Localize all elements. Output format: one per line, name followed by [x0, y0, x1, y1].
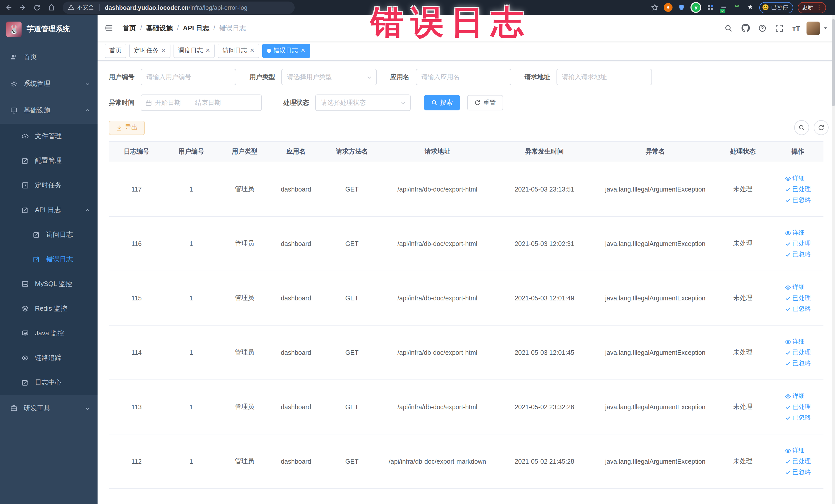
url-path[interactable]: /infra/log/api-error-log	[189, 4, 247, 11]
app-name-input[interactable]	[416, 69, 511, 85]
mark-processed-link[interactable]: 已处理	[785, 238, 811, 249]
user-id-input[interactable]	[141, 69, 236, 85]
extension-orange-icon[interactable]	[664, 3, 673, 12]
refresh-table-button[interactable]	[814, 120, 829, 135]
paused-extension-badge[interactable]: 😊 已暂停	[759, 2, 793, 13]
sidebar-item-label: 系统管理	[24, 79, 50, 88]
tab-schedule-log[interactable]: 调度日志✕	[174, 43, 215, 58]
sidebar-item-access-log[interactable]: 访问日志	[0, 222, 98, 247]
search-button[interactable]: 搜索	[424, 95, 460, 110]
fullscreen-icon[interactable]	[773, 21, 786, 35]
cell-log-id: 115	[109, 271, 164, 325]
close-icon[interactable]: ✕	[250, 47, 254, 54]
detail-link[interactable]: 详细	[785, 227, 811, 238]
mark-ignored-link[interactable]: 已忽略	[785, 358, 811, 369]
back-icon[interactable]	[2, 1, 14, 14]
help-icon[interactable]	[756, 21, 769, 35]
detail-link[interactable]: 详细	[785, 173, 811, 184]
reset-button[interactable]: 重置	[467, 95, 503, 110]
breadcrumb-api-log[interactable]: API 日志	[183, 23, 209, 33]
extension-on-badge-icon[interactable]: on	[719, 3, 728, 12]
mark-ignored-link[interactable]: 已忽略	[785, 249, 811, 260]
user-avatar[interactable]	[807, 21, 820, 35]
sidebar-item-file-management[interactable]: 文件管理	[0, 124, 98, 148]
mark-processed-link[interactable]: 已处理	[785, 184, 811, 195]
reload-icon[interactable]	[31, 1, 43, 14]
detail-link[interactable]: 详细	[785, 391, 811, 402]
process-status-label: 处理状态	[283, 98, 309, 107]
url-host[interactable]: dashboard.yudao.iocoder.cn	[105, 4, 189, 11]
extension-grid-icon[interactable]	[706, 3, 715, 12]
breadcrumb-infrastructure[interactable]: 基础设施	[146, 23, 173, 33]
tab-error-log[interactable]: 错误日志✕	[262, 43, 310, 58]
mark-ignored-link[interactable]: 已忽略	[785, 195, 811, 205]
sidebar-item-home[interactable]: 首页	[0, 44, 98, 70]
page-scrollbar[interactable]	[832, 15, 835, 504]
close-icon[interactable]: ✕	[161, 47, 166, 54]
bookmark-star-icon[interactable]	[651, 3, 659, 12]
sidebar-item-scheduled-tasks[interactable]: 定时任务	[0, 173, 98, 198]
close-icon[interactable]: ✕	[301, 47, 305, 54]
mark-processed-link[interactable]: 已处理	[785, 456, 811, 467]
sidebar-item-log-center[interactable]: 日志中心	[0, 370, 98, 395]
date-start-placeholder[interactable]: 开始日期	[155, 98, 181, 107]
date-end-placeholder[interactable]: 结束日期	[195, 98, 221, 107]
avatar-caret-down-icon[interactable]	[823, 25, 828, 31]
close-icon[interactable]: ✕	[205, 47, 210, 54]
sidebar-item-dev-tools[interactable]: 研发工具	[0, 395, 98, 422]
extension-shield-icon[interactable]	[677, 3, 686, 12]
sidebar-item-system-management[interactable]: 系统管理	[0, 70, 98, 97]
sidebar-item-trace[interactable]: 链路追踪	[0, 346, 98, 370]
extension-green-icon[interactable]: y	[691, 2, 701, 13]
user-type-input[interactable]	[282, 69, 376, 85]
cell-status: 未处理	[714, 434, 772, 489]
sidebar-item-java-monitor[interactable]: Java 监控	[0, 321, 98, 346]
not-secure-icon	[68, 4, 75, 11]
sidebar-item-api-log[interactable]: API 日志	[0, 198, 98, 222]
sidebar-item-mysql-monitor[interactable]: MySQL 监控	[0, 271, 98, 296]
cell-actions: 详细 已处理 已忽略	[772, 325, 823, 380]
home-icon[interactable]	[45, 1, 58, 14]
mark-ignored-link[interactable]: 已忽略	[785, 467, 811, 478]
extension-puzzle-icon[interactable]	[746, 3, 755, 12]
header-search-icon[interactable]	[722, 21, 735, 35]
browser-update-button[interactable]: 更新 ⋮	[798, 2, 826, 13]
cell-user-id: 1	[164, 162, 218, 217]
mark-ignored-link[interactable]: 已忽略	[785, 303, 811, 314]
detail-link[interactable]: 详细	[785, 336, 811, 347]
security-label[interactable]: 不安全	[77, 4, 94, 11]
omnibox-divider	[99, 4, 100, 11]
github-icon[interactable]	[739, 21, 752, 35]
detail-link[interactable]: 详细	[785, 445, 811, 456]
sidebar-item-redis-monitor[interactable]: Redis 监控	[0, 296, 98, 321]
sidebar-item-infrastructure[interactable]: 基础设施	[0, 97, 98, 124]
process-status-select[interactable]	[315, 95, 411, 111]
mark-processed-link[interactable]: 已处理	[785, 293, 811, 303]
request-url-input[interactable]	[557, 69, 651, 85]
chrome-menu-icon[interactable]: ⋮	[816, 4, 822, 11]
hamburger-icon[interactable]	[105, 24, 114, 32]
show-search-toggle-button[interactable]	[794, 120, 809, 135]
forward-icon[interactable]	[16, 1, 29, 14]
user-type-select[interactable]	[281, 69, 377, 85]
process-status-input[interactable]	[316, 95, 410, 110]
tab-home[interactable]: 首页	[105, 43, 126, 58]
export-button[interactable]: 导出	[109, 120, 145, 135]
address-bar[interactable]: 不安全 dashboard.yudao.iocoder.cn /infra/lo…	[63, 1, 295, 14]
active-dot	[267, 48, 271, 53]
sidebar-item-config-management[interactable]: 配置管理	[0, 148, 98, 173]
tab-access-log[interactable]: 访问日志✕	[218, 43, 259, 58]
detail-link[interactable]: 详细	[785, 282, 811, 293]
app-logo[interactable]: 🐰 芋道管理系统	[0, 15, 98, 44]
sidebar-item-error-log[interactable]: 错误日志	[0, 247, 98, 271]
tab-scheduled-tasks[interactable]: 定时任务✕	[129, 43, 170, 58]
date-range-picker[interactable]: 开始日期 - 结束日期	[141, 95, 262, 111]
extension-plant-icon[interactable]	[733, 3, 741, 12]
mark-processed-link[interactable]: 已处理	[785, 347, 811, 358]
font-size-icon[interactable]: ᴛT	[790, 21, 803, 35]
cell-status: 未处理	[714, 217, 772, 271]
breadcrumb-home[interactable]: 首页	[123, 23, 136, 33]
scrollbar-thumb[interactable]	[832, 19, 835, 106]
mark-ignored-link[interactable]: 已忽略	[785, 412, 811, 423]
mark-processed-link[interactable]: 已处理	[785, 402, 811, 412]
